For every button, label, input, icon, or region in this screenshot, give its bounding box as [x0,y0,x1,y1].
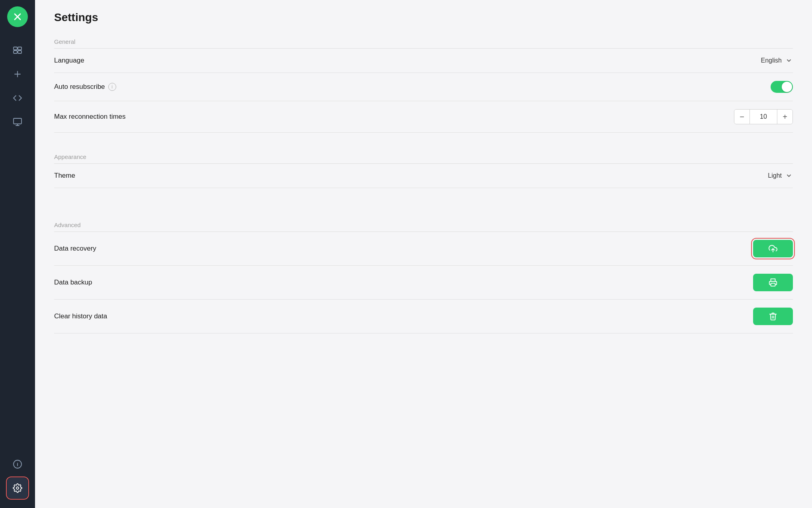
toggle-knob [782,82,792,92]
svg-rect-14 [771,283,775,286]
theme-label: Theme [54,172,75,180]
svg-point-11 [18,462,18,463]
data-recovery-button[interactable] [753,240,793,257]
sidebar-item-add[interactable] [7,64,28,84]
data-backup-label: Data backup [54,279,92,286]
code-icon [13,93,22,103]
max-reconnection-row: Max reconnection times − 10 + [54,101,793,133]
chevron-down-icon [785,57,793,65]
trash-icon [769,312,777,321]
svg-rect-0 [14,47,17,50]
stepper-decrement[interactable]: − [734,110,750,124]
stepper-increment[interactable]: + [777,110,792,124]
settings-icon [13,483,22,493]
page-title: Settings [54,11,793,24]
general-section-label: General [54,30,793,48]
spacer-2 [54,188,793,201]
page-header: Settings [35,0,812,30]
theme-row: Theme Light [54,164,793,188]
stepper-value: 10 [750,110,777,124]
sidebar-item-code[interactable] [7,88,28,108]
sidebar-bottom [7,454,28,498]
sidebar-item-info[interactable] [7,454,28,475]
main-content: Settings General Language English Auto r… [35,0,812,508]
sidebar-item-screens[interactable] [7,40,28,61]
add-icon [13,69,22,79]
print-icon [769,278,777,287]
auto-resubscribe-label: Auto resubscribe i [54,83,116,91]
svg-rect-6 [14,118,21,124]
info-icon [13,459,22,469]
content-area: General Language English Auto resubscrib… [35,30,812,508]
appearance-section-label: Appearance [54,145,793,163]
auto-resubscribe-row: Auto resubscribe i [54,73,793,101]
data-backup-button[interactable] [753,274,793,291]
data-backup-row: Data backup [54,266,793,300]
clear-history-row: Clear history data [54,300,793,333]
sidebar-item-settings[interactable] [7,478,28,498]
clear-history-button[interactable] [753,308,793,325]
language-row: Language English [54,49,793,73]
svg-point-12 [16,487,19,489]
svg-rect-3 [18,51,21,53]
upload-icon [769,244,777,253]
language-dropdown[interactable]: English [761,57,793,65]
reconnection-stepper: − 10 + [734,109,793,124]
theme-dropdown[interactable]: Light [768,172,793,180]
spacer-3 [54,201,793,214]
data-recovery-label: Data recovery [54,245,96,253]
app-logo[interactable] [7,6,28,27]
sidebar [0,0,35,508]
theme-value: Light [768,172,782,179]
theme-chevron-down-icon [785,172,793,180]
spacer-1 [54,133,793,145]
sidebar-item-monitor[interactable] [7,112,28,132]
monitor-icon [13,117,22,127]
language-label: Language [54,57,84,65]
max-reconnection-label: Max reconnection times [54,113,126,121]
language-value: English [761,57,782,64]
logo-icon [12,11,23,22]
advanced-section-label: Advanced [54,214,793,231]
clear-history-label: Clear history data [54,312,107,320]
auto-resubscribe-toggle[interactable] [771,81,793,93]
data-recovery-row: Data recovery [54,232,793,266]
svg-rect-2 [14,51,17,53]
screens-icon [13,45,22,55]
svg-rect-1 [18,47,21,50]
sidebar-nav [7,40,28,454]
auto-resubscribe-info-icon[interactable]: i [108,83,116,91]
